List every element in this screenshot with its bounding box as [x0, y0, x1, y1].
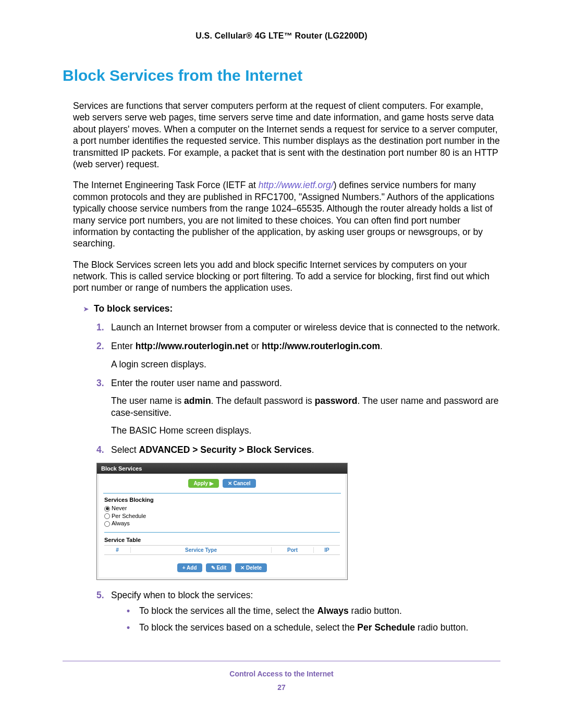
service-table: # Service Type Port IP — [104, 545, 340, 555]
page-title: Block Services from the Internet — [63, 67, 500, 84]
radio-never[interactable]: Never — [104, 505, 340, 512]
password: password — [315, 396, 358, 406]
per-schedule-label: Per Schedule — [357, 622, 415, 633]
step-5: 5. Specify when to block the services: •… — [96, 589, 500, 634]
always-label: Always — [317, 606, 348, 616]
radio-label: Never — [112, 505, 127, 511]
paragraph-2: The Internet Engineering Task Force (IET… — [73, 179, 500, 249]
page-number: 27 — [63, 683, 500, 692]
step-number: 2. — [96, 340, 104, 352]
services-blocking-label: Services Blocking — [104, 497, 340, 503]
text: To block the services all the time, sele… — [139, 606, 317, 616]
procedure-heading: ➤To block services: — [83, 303, 500, 314]
step-sub-2: The BASIC Home screen displays. — [111, 425, 500, 436]
text: The user name is — [111, 396, 184, 406]
footer-section-title: Control Access to the Internet — [63, 670, 500, 678]
step-number: 3. — [96, 377, 104, 389]
step-text: Launch an Internet browser from a comput… — [111, 322, 500, 332]
step-text: Enter the router user name and password. — [111, 378, 282, 388]
radio-per-schedule[interactable]: Per Schedule — [104, 513, 340, 520]
add-button[interactable]: + Add — [177, 563, 202, 572]
radio-label: Always — [112, 520, 130, 526]
radio-label: Per Schedule — [112, 513, 146, 519]
step-text: Enter — [111, 341, 136, 351]
bullet-per-schedule: • To block the services based on a sched… — [127, 622, 500, 634]
document-header: U.S. Cellular® 4G LTE™ Router (LG2200D) — [63, 31, 500, 41]
edit-button[interactable]: ✎ Edit — [206, 563, 232, 572]
step-number: 5. — [96, 589, 104, 601]
paragraph-3: The Block Services screen lets you add a… — [73, 259, 500, 294]
step-number: 4. — [96, 444, 104, 455]
cancel-button[interactable]: ✕ Cancel — [223, 479, 256, 488]
step-2: 2. Enter http://www.routerlogin.net or h… — [96, 340, 500, 370]
text: . — [312, 445, 314, 455]
text: . — [380, 341, 383, 351]
col-port: Port — [272, 547, 314, 553]
steps-list-continued: 5. Specify when to block the services: •… — [96, 589, 500, 634]
bullet-icon: • — [127, 622, 130, 634]
bullet-always: • To block the services all the time, se… — [127, 605, 500, 618]
text: The Internet Engineering Task Force (IET… — [73, 180, 259, 190]
radio-icon — [104, 521, 110, 527]
step-sub-1: The user name is admin. The default pass… — [111, 395, 500, 418]
radio-icon — [104, 513, 110, 519]
step-4: 4. Select ADVANCED > Security > Block Se… — [96, 444, 500, 455]
url-1: http://www.routerlogin.net — [136, 341, 249, 351]
bullet-icon: • — [127, 605, 130, 618]
username: admin — [184, 396, 211, 406]
panel-title: Block Services — [97, 463, 347, 474]
text: or — [249, 341, 262, 351]
page-footer: Control Access to the Internet 27 — [63, 661, 500, 692]
col-service-type: Service Type — [131, 547, 272, 553]
step-text: Specify when to block the services: — [111, 590, 253, 600]
procedure-heading-text: To block services: — [94, 303, 173, 314]
text: . The default password is — [211, 396, 315, 406]
step-sub: A login screen displays. — [111, 359, 500, 370]
paragraph-1: Services are functions that server compu… — [73, 100, 500, 170]
service-table-label: Service Table — [104, 537, 340, 543]
ietf-link[interactable]: http://www.ietf.org/ — [259, 180, 334, 190]
delete-button[interactable]: ✕ Delete — [235, 563, 267, 572]
radio-icon — [104, 506, 110, 512]
step-text: Select — [111, 445, 139, 455]
apply-button[interactable]: Apply ▶ — [188, 479, 219, 488]
step-1: 1. Launch an Internet browser from a com… — [96, 322, 500, 333]
col-num: # — [104, 547, 131, 553]
nav-path: ADVANCED > Security > Block Services — [139, 445, 312, 455]
radio-always[interactable]: Always — [104, 520, 340, 527]
col-ip: IP — [314, 547, 340, 553]
block-services-screenshot: Block Services Apply ▶ ✕ Cancel Services… — [96, 463, 348, 580]
steps-list: 1. Launch an Internet browser from a com… — [96, 322, 500, 455]
text: To block the services based on a schedul… — [139, 622, 357, 633]
text: radio button. — [415, 622, 468, 633]
url-2: http://www.routerlogin.com — [262, 341, 380, 351]
arrow-icon: ➤ — [83, 305, 89, 313]
text: radio button. — [349, 606, 402, 616]
step-3: 3. Enter the router user name and passwo… — [96, 377, 500, 437]
step-number: 1. — [96, 322, 104, 333]
